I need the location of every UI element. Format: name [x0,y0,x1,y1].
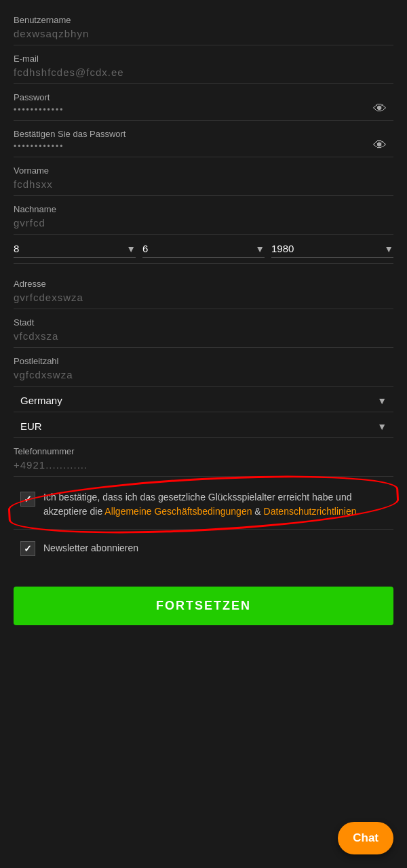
date-of-birth-row: 8 ▼ 6 ▼ 1980 ▼ [14,235,393,264]
country-value: Germany [20,395,62,406]
newsletter-row: Newsletter abonnieren [14,530,393,566]
continue-button[interactable]: FORTSETZEN [14,587,393,625]
terms-text-between: & [252,506,263,517]
currency-select[interactable]: EUR ▼ [14,412,393,438]
username-label: Benutzername [14,15,393,25]
confirm-password-value: •••••••••••• [14,142,393,151]
day-value: 8 [14,243,19,254]
postal-label: Postleitzahl [14,356,393,366]
lastname-value: gvrfcd [14,217,393,229]
year-chevron-icon: ▼ [384,243,393,254]
address-label: Adresse [14,279,393,289]
month-chevron-icon: ▼ [255,243,265,254]
address-field[interactable]: Adresse gvrfcdexswza [14,271,393,309]
firstname-value: fcdhsxx [14,178,393,190]
email-value: fcdhshfcdes@fcdx.ee [14,66,393,78]
newsletter-checkbox[interactable] [20,541,35,556]
year-select[interactable]: 1980 ▼ [271,243,393,258]
password-field[interactable]: Passwort •••••••••••• 👁 [14,84,393,121]
terms-row: Ich bestätige, dass ich das gesetzliche … [20,490,387,519]
email-label: E-mail [14,54,393,64]
postal-value: vgfcdxswza [14,369,393,380]
month-value: 6 [142,243,148,254]
terms-link2[interactable]: Datenschutzrichtlinien [264,506,357,517]
chat-button[interactable]: Chat [338,822,393,854]
currency-value: EUR [20,420,42,432]
confirm-password-toggle-icon[interactable]: 👁 [373,137,387,153]
firstname-label: Vorname [14,165,393,176]
phone-value: +4921............ [14,459,393,471]
terms-section: Ich bestätige, dass ich das gesetzliche … [14,477,393,530]
city-field[interactable]: Stadt vfcdxsza [14,309,393,348]
confirm-password-label: Bestätigen Sie das Passwort [14,129,393,139]
day-chevron-icon: ▼ [126,243,136,254]
terms-checkbox[interactable] [20,492,35,507]
currency-chevron-icon: ▼ [377,421,387,432]
postal-field[interactable]: Postleitzahl vgfcdxswza [14,348,393,387]
terms-text: Ich bestätige, dass ich das gesetzliche … [43,490,387,519]
month-select[interactable]: 6 ▼ [142,243,265,258]
terms-link1[interactable]: Allgemeine Geschäftsbedingungen [104,506,252,517]
country-select[interactable]: Germany ▼ [14,387,393,412]
day-select[interactable]: 8 ▼ [14,243,136,258]
phone-label: Telefonnummer [14,446,393,456]
city-value: vfcdxsza [14,330,393,342]
newsletter-label: Newsletter abonnieren [43,542,138,553]
firstname-field[interactable]: Vorname fcdhsxx [14,157,393,196]
year-value: 1980 [271,243,294,254]
country-chevron-icon: ▼ [377,395,387,406]
confirm-password-field[interactable]: Bestätigen Sie das Passwort ••••••••••••… [14,121,393,157]
lastname-label: Nachname [14,204,393,214]
city-label: Stadt [14,317,393,328]
address-value: gvrfcdexswza [14,292,393,303]
password-value: •••••••••••• [14,105,393,115]
password-toggle-icon[interactable]: 👁 [373,100,387,116]
username-field[interactable]: Benutzername dexwsaqzbhyn [14,7,393,45]
phone-field[interactable]: Telefonnummer +4921............ [14,438,393,477]
username-value: dexwsaqzbhyn [14,28,393,39]
lastname-field[interactable]: Nachname gvrfcd [14,196,393,235]
password-label: Passwort [14,92,393,102]
email-field[interactable]: E-mail fcdhshfcdes@fcdx.ee [14,45,393,84]
